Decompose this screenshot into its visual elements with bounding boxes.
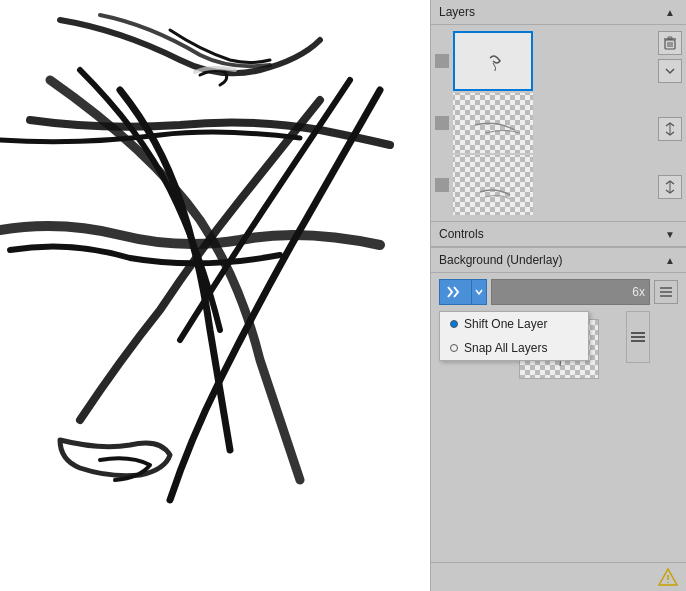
bg-title: Background (Underlay) bbox=[439, 253, 562, 267]
layer-item-3[interactable] bbox=[435, 155, 650, 215]
dropdown-arrow-icon bbox=[475, 289, 483, 295]
controls-section: Controls ▼ bbox=[431, 221, 686, 247]
layers-collapse-btn[interactable]: ▲ bbox=[662, 4, 678, 20]
swap2-icon bbox=[664, 180, 676, 194]
dropdown-item-snap-all[interactable]: Snap All Layers bbox=[440, 336, 588, 360]
radio-dot-shift-one bbox=[450, 320, 458, 328]
dropdown-item-shift-one[interactable]: Shift One Layer bbox=[440, 312, 588, 336]
layer-thumb-svg-1 bbox=[455, 33, 533, 91]
list-icon-btn[interactable] bbox=[654, 280, 678, 304]
controls-header: Controls ▼ bbox=[431, 222, 686, 247]
layers-title: Layers bbox=[439, 5, 475, 19]
warning-triangle-icon bbox=[658, 568, 678, 586]
hamburger-line-1 bbox=[631, 332, 645, 334]
dropdown-item-snap-all-label: Snap All Layers bbox=[464, 341, 547, 355]
svg-rect-5 bbox=[668, 37, 672, 39]
snap-dropdown-btn[interactable] bbox=[471, 279, 487, 305]
layer-visibility-1[interactable] bbox=[435, 54, 449, 68]
hamburger-line-3 bbox=[631, 340, 645, 342]
swap-icon bbox=[664, 122, 676, 136]
dropdown-item-shift-one-label: Shift One Layer bbox=[464, 317, 547, 331]
snap-btn-group bbox=[439, 279, 487, 305]
drawing-canvas bbox=[0, 0, 430, 591]
controls-title: Controls bbox=[439, 227, 484, 241]
bg-collapse-btn[interactable]: ▲ bbox=[662, 252, 678, 268]
swap-layers-btn-2[interactable] bbox=[658, 175, 682, 199]
delete-layer-btn[interactable] bbox=[658, 31, 682, 55]
svg-rect-2 bbox=[455, 157, 533, 215]
multiplier-display: 6x bbox=[491, 279, 650, 305]
radio-dot-snap-all bbox=[450, 344, 458, 352]
bottom-bar bbox=[431, 562, 686, 591]
layers-content bbox=[431, 25, 686, 221]
move-down-btn[interactable] bbox=[658, 59, 682, 83]
layers-section: Layers ▲ bbox=[431, 0, 686, 221]
list-icon bbox=[659, 286, 673, 298]
layer-visibility-3[interactable] bbox=[435, 178, 449, 192]
right-panel: Layers ▲ bbox=[430, 0, 686, 591]
warning-icon[interactable] bbox=[658, 567, 678, 587]
svg-point-17 bbox=[667, 582, 669, 584]
snap-main-btn[interactable] bbox=[439, 279, 471, 305]
layer-visibility-2[interactable] bbox=[435, 116, 449, 130]
double-chevron-icon bbox=[447, 285, 465, 299]
layer-thumbnail-2[interactable] bbox=[453, 93, 533, 153]
layer-item-1[interactable] bbox=[435, 31, 650, 91]
layers-controls bbox=[654, 29, 686, 217]
controls-collapse-btn[interactable]: ▼ bbox=[662, 226, 678, 242]
layers-header: Layers ▲ bbox=[431, 0, 686, 25]
layer-thumb-svg-2 bbox=[455, 95, 533, 153]
bg-header: Background (Underlay) ▲ bbox=[431, 248, 686, 273]
layer-thumb-svg-3 bbox=[455, 157, 533, 215]
layers-list bbox=[431, 29, 654, 217]
canvas-area[interactable] bbox=[0, 0, 430, 591]
swap-layers-btn[interactable] bbox=[658, 117, 682, 141]
bg-controls-row: 6x Shift One Layer Snap All Layers bbox=[431, 273, 686, 311]
bg-section: Background (Underlay) ▲ bbox=[431, 247, 686, 591]
layer-thumbnail-1[interactable] bbox=[453, 31, 533, 91]
layer-thumbnail-3[interactable] bbox=[453, 155, 533, 215]
hamburger-line-2 bbox=[631, 336, 645, 338]
dropdown-side-btn[interactable] bbox=[626, 311, 650, 363]
multiplier-value: 6x bbox=[632, 285, 645, 299]
dropdown-menu: Shift One Layer Snap All Layers bbox=[439, 311, 589, 361]
layer-item-2[interactable] bbox=[435, 93, 650, 153]
chevron-down-icon bbox=[664, 65, 676, 77]
trash-icon bbox=[663, 36, 677, 50]
